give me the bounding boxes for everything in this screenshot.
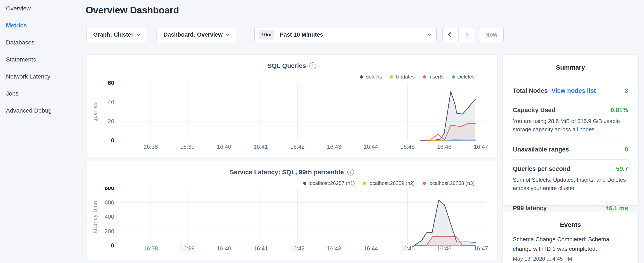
x-tick-label: 16:39 (180, 144, 194, 150)
summary-row-value: 0 (625, 146, 628, 153)
summary-row-top: Unavailable ranges0 (513, 146, 628, 153)
chart-legend: SelectsUpdatesInsertsDeletes (360, 74, 475, 80)
summary-row-total-nodes: Total NodesView nodes list3 (513, 82, 628, 101)
summary-row-label: P99 latency (513, 205, 547, 212)
y-axis-label: latency (ms) (92, 200, 98, 233)
summary-row-capacity-used: Capacity Used0.01%You are using 28.6 MiB… (513, 101, 628, 140)
toolbar: Graph: Cluster Dashboard: Overview 10m P… (0, 27, 644, 42)
legend-item-selects[interactable]: Selects (360, 74, 382, 80)
graph-dropdown[interactable]: Graph: Cluster (86, 27, 147, 42)
summary-title: Summary (513, 64, 628, 71)
legend-dot (452, 75, 455, 79)
sql-queries-plot[interactable]: 16:3816:3916:4016:4116:4216:4316:4416:45… (86, 80, 498, 157)
legend-dot (363, 182, 366, 185)
legend-item-deletes[interactable]: Deletes (452, 74, 474, 80)
summary-row-value: 46.1 ms (606, 205, 628, 212)
series-area-localhost-26257-n1- (414, 200, 476, 245)
summary-row-label: Capacity Used (513, 107, 555, 114)
event-item[interactable]: Schema Change Completed: Schema change w… (513, 235, 628, 262)
legend-item-updates[interactable]: Updates (390, 74, 414, 80)
x-tick-label: 16:40 (217, 245, 231, 252)
summary-row-label: Total Nodes (513, 87, 548, 94)
x-tick-label: 16:44 (364, 144, 378, 150)
sidebar-item-network-latency[interactable]: Network Latency (0, 68, 85, 85)
legend-item-localhost-26258-n3-[interactable]: localhost:26258 (n3) (423, 180, 474, 186)
info-icon[interactable]: i (347, 169, 354, 176)
legend-label: localhost:26258 (n3) (428, 180, 474, 186)
x-tick-label: 16:46 (437, 144, 451, 150)
events-list: Schema Change Completed: Schema change w… (513, 235, 628, 262)
legend-label: Updates (396, 74, 414, 80)
event-timestamp: May 13, 2020 at 4:45 PM (513, 256, 628, 262)
legend-dot (423, 182, 426, 185)
legend-item-inserts[interactable]: Inserts (423, 74, 444, 80)
page-title: Overview Dashboard (86, 5, 179, 16)
legend-item-localhost-26257-n1-[interactable]: localhost:26257 (n1) (303, 180, 355, 186)
summary-row-description: Sum of Selects, Updates, Inserts, and De… (513, 176, 628, 192)
sidebar-item-advanced-debug[interactable]: Advanced Debug (0, 102, 85, 119)
graph-dropdown-label: Graph: Cluster (93, 32, 133, 38)
y-tick-label: 0 (111, 242, 114, 249)
sidebar-item-overview[interactable]: Overview (0, 0, 85, 17)
time-range-selector[interactable]: 10m Past 10 Minutes (254, 27, 437, 42)
chart-title: SQL Queries (268, 62, 306, 69)
x-tick-label: 16:47 (474, 245, 488, 252)
sidebar-nav: OverviewMetricsDatabasesStatementsNetwor… (0, 0, 85, 119)
x-tick-label: 16:43 (327, 245, 342, 252)
info-icon[interactable]: i (309, 62, 316, 69)
legend-item-localhost-26259-n2-[interactable]: localhost:26259 (n2) (363, 180, 414, 186)
summary-row-unavailable-ranges: Unavailable ranges0 (513, 140, 628, 160)
legend-label: Deletes (457, 74, 474, 80)
legend-label: localhost:26257 (n1) (309, 180, 355, 186)
dashboard-dropdown-label: Dashboard: Overview (164, 32, 222, 38)
legend-label: Selects (366, 74, 382, 80)
y-tick-label: 800 (104, 187, 114, 191)
x-tick-label: 16:41 (254, 144, 268, 150)
sidebar-item-jobs[interactable]: Jobs (0, 85, 85, 102)
chevron-down-icon (428, 32, 432, 36)
summary-rows: Total NodesView nodes list3Capacity Used… (513, 82, 628, 218)
sql-queries-chart-card: SQL Queries i SelectsUpdatesInsertsDelet… (86, 55, 498, 157)
legend-dot (303, 182, 306, 185)
service-latency-plot[interactable]: 16:3816:3916:4016:4116:4216:4316:4416:45… (86, 187, 498, 261)
summary-row-label: Unavailable ranges (513, 146, 569, 153)
events-title: Events (513, 221, 628, 228)
chevron-down-icon (226, 32, 230, 36)
time-prev-button[interactable] (443, 28, 458, 42)
y-tick-label: 600 (104, 199, 114, 206)
x-tick-label: 16:40 (217, 144, 231, 150)
series-area-selects (420, 92, 476, 141)
now-button[interactable]: Now (479, 27, 504, 42)
chart-title: Service Latency: SQL, 99th percentile (230, 168, 344, 176)
x-tick-label: 16:44 (364, 245, 378, 252)
summary-row-queries-per-second: Queries per second59.7Sum of Selects, Up… (513, 160, 628, 199)
x-tick-label: 16:41 (254, 245, 268, 252)
x-tick-label: 16:38 (144, 144, 158, 150)
view-nodes-list-link[interactable]: View nodes list (552, 87, 596, 94)
legend-dot (423, 75, 426, 79)
y-tick-label: 40 (108, 99, 114, 105)
summary-row-label: Queries per second (513, 165, 570, 172)
x-tick-label: 16:38 (144, 245, 158, 252)
chart-header: SQL Queries i (86, 62, 497, 69)
time-next-button[interactable] (458, 28, 474, 42)
time-range-label: Past 10 Minutes (280, 32, 424, 38)
legend-label: localhost:26259 (n2) (368, 180, 414, 186)
x-tick-label: 16:45 (400, 245, 415, 252)
x-tick-label: 16:43 (327, 144, 342, 150)
summary-row-top: Capacity Used0.01% (513, 107, 628, 114)
x-tick-label: 16:39 (180, 245, 194, 252)
time-step-group (442, 27, 474, 42)
y-axis-label: queries (92, 102, 98, 122)
summary-row-description: You are using 28.6 MiB of 515.9 GiB usab… (513, 117, 628, 134)
chart-header: Service Latency: SQL, 99th percentile i (86, 168, 497, 176)
x-tick-label: 16:47 (474, 144, 488, 150)
summary-row-top: Total NodesView nodes list3 (513, 87, 628, 94)
sidebar-item-statements[interactable]: Statements (0, 51, 85, 68)
dashboard-dropdown[interactable]: Dashboard: Overview (156, 27, 236, 42)
toolbar-divider (250, 28, 250, 42)
chevron-left-icon (448, 32, 453, 37)
summary-panel: Summary Total NodesView nodes list3Capac… (502, 55, 639, 206)
event-message: Schema Change Completed: Schema change w… (513, 235, 628, 254)
time-window-badge: 10m (258, 30, 274, 39)
